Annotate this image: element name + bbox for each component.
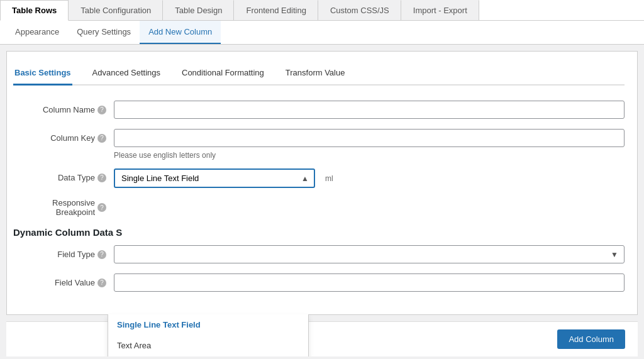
- tab-import-export[interactable]: Import - Export: [401, 0, 479, 20]
- sub-tab-add-new-column[interactable]: Add New Column: [140, 21, 221, 44]
- content-area: Basic Settings Advanced Settings Conditi…: [6, 51, 638, 315]
- responsive-breakpoint-label: Responsive Breakpoint ?: [13, 198, 114, 217]
- tab-frontend-editing[interactable]: Frontend Editing: [234, 0, 318, 20]
- tab-table-rows[interactable]: Table Rows: [0, 0, 69, 21]
- field-type-label: Field Type ?: [13, 250, 114, 259]
- field-type-info-icon[interactable]: ?: [97, 250, 106, 259]
- field-type-row: Field Type ? ▼: [13, 245, 625, 263]
- tab-table-configuration[interactable]: Table Configuration: [69, 0, 163, 20]
- data-type-info-icon[interactable]: ?: [97, 174, 106, 182]
- tab-custom-css-js[interactable]: Custom CSS/JS: [318, 0, 401, 20]
- column-name-label: Column Name ?: [13, 105, 114, 114]
- column-key-info-icon[interactable]: ?: [97, 134, 106, 143]
- column-key-row: Column Key ?: [13, 129, 625, 147]
- data-type-label: Data Type ?: [13, 173, 114, 182]
- settings-tabs: Basic Settings Advanced Settings Conditi…: [13, 64, 625, 86]
- data-type-select-wrapper: Single Line Text Field Text Area HTML Fi…: [114, 168, 315, 188]
- column-name-info-icon[interactable]: ?: [97, 106, 106, 114]
- sub-tab-query-settings[interactable]: Query Settings: [68, 21, 140, 44]
- sub-nav: Appearance Query Settings Add New Column: [0, 21, 644, 45]
- responsive-breakpoint-info-icon[interactable]: ?: [97, 203, 106, 212]
- field-type-select[interactable]: [114, 245, 625, 263]
- dropdown-option-text-area[interactable]: Text Area: [108, 335, 308, 356]
- tab-basic-settings[interactable]: Basic Settings: [13, 64, 72, 86]
- tab-advanced-settings[interactable]: Advanced Settings: [91, 64, 162, 86]
- sub-tab-appearance[interactable]: Appearance: [6, 21, 68, 44]
- data-type-dropdown: Single Line Text Field Text Area HTML Fi…: [108, 314, 309, 356]
- tab-table-design[interactable]: Table Design: [163, 0, 234, 20]
- bottom-bar: Add Column: [6, 321, 638, 356]
- field-value-row: Field Value ?: [13, 273, 625, 292]
- dropdown-option-html-field[interactable]: HTML Field: [108, 356, 308, 356]
- column-key-hint: Please use english letters only: [114, 151, 625, 160]
- field-value-info-icon[interactable]: ?: [97, 279, 106, 287]
- field-type-select-wrapper: ▼: [114, 245, 625, 263]
- data-type-select[interactable]: Single Line Text Field Text Area HTML Fi…: [114, 168, 315, 188]
- column-name-row: Column Name ?: [13, 101, 625, 119]
- column-key-label: Column Key ?: [13, 133, 114, 143]
- responsive-breakpoint-row: Responsive Breakpoint ?: [13, 198, 625, 217]
- dropdown-option-single-line[interactable]: Single Line Text Field: [108, 314, 308, 335]
- data-type-row: Data Type ? Single Line Text Field Text …: [13, 168, 625, 188]
- add-column-button[interactable]: Add Column: [557, 329, 625, 349]
- field-value-input[interactable]: [114, 273, 625, 292]
- top-nav: Table Rows Table Configuration Table Des…: [0, 0, 644, 21]
- ml-label: ml: [325, 174, 333, 183]
- tab-transform-value[interactable]: Transform Value: [284, 64, 347, 86]
- field-value-label: Field Value ?: [13, 278, 114, 287]
- dynamic-column-heading: Dynamic Column Data S: [13, 227, 625, 238]
- tab-conditional-formatting[interactable]: Conditional Formatting: [180, 64, 265, 86]
- data-type-right: Single Line Text Field Text Area HTML Fi…: [114, 168, 625, 188]
- column-key-input[interactable]: [114, 129, 625, 147]
- column-name-input[interactable]: [114, 101, 625, 119]
